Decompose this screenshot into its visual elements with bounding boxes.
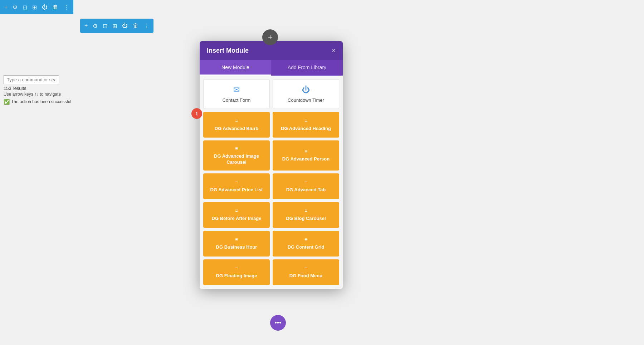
module-dg-advanced-blurb[interactable]: ≡ DG Advanced Blurb <box>203 112 270 138</box>
bottom-dots-button[interactable]: ••• <box>270 315 286 331</box>
module-dg-blog-carousel[interactable]: ≡ DG Blog Carousel <box>273 202 339 228</box>
module-name-4: DG Advanced Price List <box>210 187 263 193</box>
orange-modules-grid: ≡ DG Advanced Blurb ≡ DG Advanced Headin… <box>203 112 339 285</box>
menu-icon-8: ≡ <box>235 236 238 242</box>
module-dg-advanced-price-list[interactable]: ≡ DG Advanced Price List <box>203 173 270 199</box>
module-dg-content-grid[interactable]: ≡ DG Content Grid <box>273 231 339 257</box>
nav-hint: Use arrow keys ↑↓ to navigate <box>4 92 71 97</box>
module-name-5: DG Advanced Tab <box>286 187 326 193</box>
module-name-10: DG Floating Image <box>216 273 257 279</box>
menu-icon-4: ≡ <box>235 179 238 185</box>
module-contact-form[interactable]: ✉ Contact Form <box>203 79 270 109</box>
module-name-2: DG Advanced Image Carousel <box>207 153 266 166</box>
add-icon-2[interactable]: + <box>84 23 88 29</box>
module-dg-floating-image[interactable]: ≡ DG Floating Image <box>203 259 270 285</box>
tab-new-module[interactable]: New Module <box>200 60 271 76</box>
menu-icon-2: ≡ <box>235 145 238 151</box>
module-grid: ✉ Contact Form ⏻ Countdown Timer ≡ DG Ad… <box>200 76 343 289</box>
more-icon[interactable]: ⋮ <box>63 4 69 11</box>
menu-icon-11: ≡ <box>304 265 307 271</box>
add-icon[interactable]: + <box>4 4 8 10</box>
add-module-button-top[interactable]: + <box>262 29 278 45</box>
trash-icon-2[interactable]: 🗑 <box>133 23 138 29</box>
countdown-timer-label: Countdown Timer <box>288 97 324 103</box>
module-name-1: DG Advanced Heading <box>281 126 331 132</box>
timer-icon: ⏻ <box>302 85 310 95</box>
tab-add-from-library[interactable]: Add From Library <box>271 60 343 76</box>
module-name-0: DG Advanced Blurb <box>215 126 258 132</box>
module-name-8: DG Business Hour <box>216 244 257 250</box>
layout-icon-2[interactable]: ⊡ <box>103 23 107 29</box>
menu-icon-7: ≡ <box>304 208 307 214</box>
menu-icon-0: ≡ <box>235 118 238 124</box>
grid-icon-2[interactable]: ⊞ <box>112 23 117 29</box>
menu-icon-6: ≡ <box>235 208 238 214</box>
module-name-9: DG Content Grid <box>288 244 325 250</box>
white-modules-row: ✉ Contact Form ⏻ Countdown Timer <box>203 79 339 109</box>
email-icon: ✉ <box>233 85 240 95</box>
contact-form-label: Contact Form <box>223 97 251 103</box>
left-panel: 153 results Use arrow keys ↑↓ to navigat… <box>0 72 75 108</box>
secondary-toolbar: + ⚙ ⊡ ⊞ ⏻ 🗑 ⋮ <box>80 19 153 33</box>
modal-close-button[interactable]: × <box>332 47 336 54</box>
step-badge: 1 <box>191 108 202 119</box>
success-icon: ✅ <box>4 99 10 105</box>
trash-icon[interactable]: 🗑 <box>53 4 58 10</box>
top-toolbar: + ⚙ ⊡ ⊞ ⏻ 🗑 ⋮ <box>0 0 73 14</box>
module-dg-business-hour[interactable]: ≡ DG Business Hour <box>203 231 270 257</box>
gear-icon[interactable]: ⚙ <box>13 4 18 11</box>
grid-icon[interactable]: ⊞ <box>32 4 37 11</box>
more-icon-2[interactable]: ⋮ <box>143 23 149 29</box>
insert-module-modal: Insert Module × New Module Add From Libr… <box>200 41 343 289</box>
module-name-6: DG Before After Image <box>212 216 262 222</box>
modal-tabs: New Module Add From Library <box>200 60 343 76</box>
module-name-3: DG Advanced Person <box>282 156 330 162</box>
module-dg-advanced-person[interactable]: ≡ DG Advanced Person <box>273 140 339 171</box>
results-count: 153 results <box>4 86 71 91</box>
module-dg-advanced-heading[interactable]: ≡ DG Advanced Heading <box>273 112 339 138</box>
module-dg-food-menu[interactable]: ≡ DG Food Menu <box>273 259 339 285</box>
module-countdown-timer[interactable]: ⏻ Countdown Timer <box>273 79 339 109</box>
module-dg-advanced-tab[interactable]: ≡ DG Advanced Tab <box>273 173 339 199</box>
menu-icon-5: ≡ <box>304 179 307 185</box>
menu-icon-1: ≡ <box>304 118 307 124</box>
module-name-11: DG Food Menu <box>289 273 322 279</box>
menu-icon-3: ≡ <box>304 148 307 154</box>
power-icon[interactable]: ⏻ <box>42 4 48 10</box>
power-icon-2[interactable]: ⏻ <box>122 23 128 29</box>
modal-title: Insert Module <box>207 47 249 54</box>
menu-icon-9: ≡ <box>304 236 307 242</box>
gear-icon-2[interactable]: ⚙ <box>93 23 98 29</box>
menu-icon-10: ≡ <box>235 265 238 271</box>
module-dg-advanced-image-carousel[interactable]: ≡ DG Advanced Image Carousel <box>203 140 270 171</box>
module-name-7: DG Blog Carousel <box>286 216 326 222</box>
layout-icon[interactable]: ⊡ <box>23 4 27 11</box>
success-message: ✅ The action has been successful <box>4 99 71 105</box>
module-dg-before-after-image[interactable]: ≡ DG Before After Image <box>203 202 270 228</box>
search-input[interactable] <box>4 75 59 84</box>
